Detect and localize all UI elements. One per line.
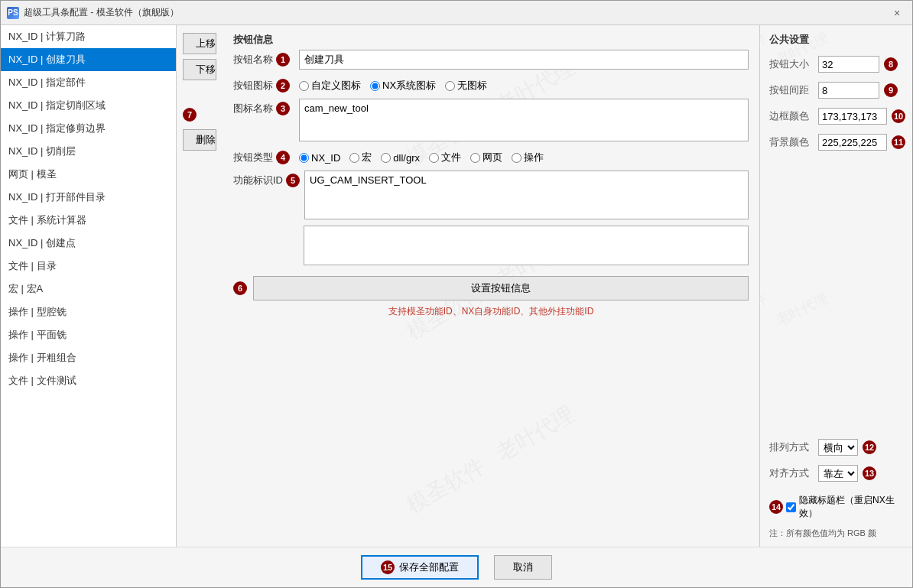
btn-name-label-group: 按钮名称 1: [233, 50, 294, 67]
num-8: 8: [884, 57, 898, 71]
extra-textarea-row: [233, 226, 749, 265]
note-text: 注：所有颜色值均为 RGB 颜: [769, 528, 903, 539]
num-7: 7: [183, 108, 197, 122]
type-web-radio[interactable]: 网页: [470, 151, 502, 164]
sidebar-item-12[interactable]: 操作 | 型腔铣: [1, 300, 176, 323]
btn-name-input[interactable]: [299, 50, 749, 70]
btn-size-row: 按钮大小 8: [769, 56, 903, 73]
nav-buttons: 上移 下移 7 删除: [177, 25, 223, 547]
num-11: 11: [892, 135, 905, 149]
type-file-radio[interactable]: 文件: [429, 151, 461, 164]
icon-name-input[interactable]: cam_new_tool: [299, 99, 749, 141]
btn-icon-label-group: 按钮图标 2: [233, 76, 294, 93]
num-5: 5: [286, 174, 300, 187]
sidebar: NX_ID | 计算刀路 NX_ID | 创建刀具 NX_ID | 指定部件 N…: [1, 25, 177, 547]
main-window: PS 超级工具条配置 - 模圣软件（旗舰版） × NX_ID | 计算刀路 NX…: [0, 0, 913, 588]
type-radio-group: NX_ID 宏 dll/grx 文件: [299, 148, 544, 164]
btn-type-label-group: 按钮类型 4: [233, 148, 294, 164]
delete-button[interactable]: 删除: [183, 129, 216, 151]
set-btn-row: 6 设置按钮信息: [233, 276, 749, 300]
num-1: 1: [276, 53, 290, 67]
title-bar: PS 超级工具条配置 - 模圣软件（旗舰版） ×: [1, 1, 912, 25]
up-button[interactable]: 上移: [183, 33, 216, 54]
sidebar-item-3[interactable]: NX_ID | 指定切削区域: [1, 94, 176, 117]
num-13: 13: [863, 466, 876, 480]
icon-name-label: 图标名称: [233, 102, 273, 115]
align-label: 对齐方式: [769, 466, 814, 480]
sidebar-item-9[interactable]: NX_ID | 创建点: [1, 232, 176, 255]
num-6: 6: [233, 281, 247, 295]
type-macro-radio[interactable]: 宏: [349, 151, 372, 164]
arrange-select[interactable]: 横向 纵向: [818, 439, 858, 456]
btn-gap-row: 按钮间距 9: [769, 82, 903, 99]
sidebar-item-4[interactable]: NX_ID | 指定修剪边界: [1, 117, 176, 140]
arrange-label: 排列方式: [769, 440, 814, 454]
btn-info-title: 按钮信息: [233, 33, 749, 47]
border-color-input[interactable]: [818, 108, 887, 125]
sidebar-item-6[interactable]: 网页 | 模圣: [1, 163, 176, 186]
align-row: 对齐方式 靠左 居中 靠右 13: [769, 465, 903, 482]
close-button[interactable]: ×: [888, 4, 906, 22]
btn-type-label: 按钮类型: [233, 151, 273, 164]
center-panel: 模圣软件 老叶代理 模圣软件 老叶代理 模圣软件 老叶代理 按钮信息 按钮名称 …: [223, 25, 759, 547]
public-settings-title: 公共设置: [769, 33, 903, 47]
btn-icon-label: 按钮图标: [233, 79, 273, 93]
sidebar-item-13[interactable]: 操作 | 平面铣: [1, 323, 176, 346]
bg-color-input[interactable]: [818, 134, 887, 151]
arrange-row: 排列方式 横向 纵向 12: [769, 439, 903, 456]
sidebar-item-0[interactable]: NX_ID | 计算刀路: [1, 25, 176, 48]
num-9: 9: [884, 83, 898, 97]
type-action-radio[interactable]: 操作: [512, 151, 544, 164]
spacer: [769, 160, 903, 434]
save-label: 保存全部配置: [399, 560, 459, 574]
btn-name-row: 按钮名称 1: [233, 50, 749, 70]
right-panel: 模圣软件 老叶代理 模圣软件 老叶代理 公共设置 按钮大小 8 按钮间距 9 边…: [759, 25, 912, 547]
extra-input[interactable]: [304, 226, 749, 265]
hide-taskbar-row: 14 隐藏标题栏（重启NX生效）: [769, 494, 903, 520]
align-select[interactable]: 靠左 居中 靠右: [818, 465, 858, 482]
btn-icon-row: 按钮图标 2 自定义图标 NX系统图标 无图标: [233, 76, 749, 93]
set-btn-button[interactable]: 设置按钮信息: [253, 276, 749, 300]
icon-custom-radio[interactable]: 自定义图标: [299, 79, 361, 93]
icon-name-label-group: 图标名称 3: [233, 99, 294, 115]
btn-size-label: 按钮大小: [769, 57, 814, 71]
bg-color-row: 背景颜色 11: [769, 134, 903, 151]
func-id-row: 功能标识ID 5 UG_CAM_INSERT_TOOL: [233, 171, 749, 219]
hide-taskbar-checkbox[interactable]: [786, 502, 796, 512]
cancel-button[interactable]: 取消: [494, 555, 552, 580]
num-10: 10: [892, 109, 905, 123]
btn-size-input[interactable]: [818, 56, 879, 73]
sidebar-item-8[interactable]: 文件 | 系统计算器: [1, 209, 176, 232]
type-nxid-radio[interactable]: NX_ID: [299, 152, 340, 164]
window-title: 超级工具条配置 - 模圣软件（旗舰版）: [24, 6, 179, 19]
num-12: 12: [863, 440, 876, 454]
num-15: 15: [381, 560, 395, 574]
sidebar-item-1[interactable]: NX_ID | 创建刀具: [1, 48, 176, 71]
func-id-label-group: 功能标识ID 5: [233, 171, 300, 187]
btn-name-label: 按钮名称: [233, 53, 273, 67]
sidebar-item-2[interactable]: NX_ID | 指定部件: [1, 71, 176, 94]
content-area: NX_ID | 计算刀路 NX_ID | 创建刀具 NX_ID | 指定部件 N…: [1, 25, 912, 547]
func-id-label: 功能标识ID: [233, 174, 283, 187]
sidebar-item-7[interactable]: NX_ID | 打开部件目录: [1, 186, 176, 209]
type-dll-radio[interactable]: dll/grx: [381, 152, 420, 164]
num-14: 14: [769, 500, 783, 514]
icon-radio-group: 自定义图标 NX系统图标 无图标: [299, 76, 487, 93]
func-id-input[interactable]: UG_CAM_INSERT_TOOL: [304, 171, 749, 219]
icon-nx-radio[interactable]: NX系统图标: [370, 79, 436, 93]
sidebar-item-5[interactable]: NX_ID | 切削层: [1, 140, 176, 163]
btn-type-row: 按钮类型 4 NX_ID 宏 dll/grx: [233, 148, 749, 164]
sidebar-item-11[interactable]: 宏 | 宏A: [1, 278, 176, 300]
down-button[interactable]: 下移: [183, 59, 216, 80]
sidebar-item-14[interactable]: 操作 | 开粗组合: [1, 346, 176, 369]
num-3: 3: [276, 102, 290, 115]
hide-taskbar-label: 隐藏标题栏（重启NX生效）: [799, 494, 903, 520]
sidebar-item-10[interactable]: 文件 | 目录: [1, 255, 176, 278]
sidebar-item-15[interactable]: 文件 | 文件测试: [1, 369, 176, 392]
btn-gap-label: 按钮间距: [769, 83, 814, 97]
btn-gap-input[interactable]: [818, 82, 879, 99]
icon-none-radio[interactable]: 无图标: [445, 79, 487, 93]
bottom-buttons-area: 15 保存全部配置 取消: [1, 547, 912, 587]
save-button[interactable]: 15 保存全部配置: [361, 555, 479, 580]
border-color-row: 边框颜色 10: [769, 108, 903, 125]
